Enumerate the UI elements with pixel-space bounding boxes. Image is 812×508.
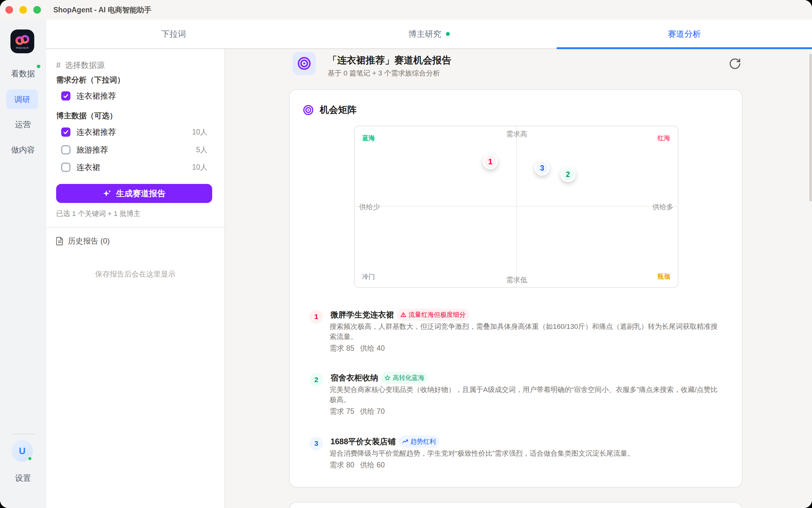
supply-stat: 供给 60 [360, 460, 385, 470]
history-title: 历史报告 (0) [68, 236, 110, 246]
opportunity-title: 1688平价女装店铺 [330, 436, 396, 447]
opportunity-desc: 完美契合商家核心变现品类（收纳好物），且属于A级成交词，用户带着明确的“宿舍空间… [330, 385, 721, 405]
sidebar-item-yunying[interactable]: 运营 [0, 115, 46, 134]
group-label-demand: 需求分析（下拉词） [56, 76, 125, 84]
blogger-count: 5人 [196, 145, 207, 155]
opportunity-matrix-chart: 蓝海 红海 冷门 瓶颈 需求高 需求低 供给少 供给多 123 [354, 126, 679, 288]
opportunity-title: 宿舍衣柜收纳 [330, 373, 378, 383]
app-window: ShopAgent - AI 电商智能助手 ShopLoop AI [0, 0, 812, 508]
document-icon [56, 237, 64, 246]
generate-report-button[interactable]: 生成赛道报告 [56, 184, 212, 203]
avatar-status-dot [27, 456, 32, 461]
checkbox-unchecked[interactable] [61, 145, 71, 155]
opportunity-title: 微胖学生党连衣裙 [330, 309, 394, 320]
matrix-bubble-2[interactable]: 2 [561, 167, 576, 182]
avatar-letter: U [19, 446, 26, 456]
tab-bozhuyanjiu[interactable]: 博主研究 [301, 20, 557, 48]
opportunity-tag: 高转化蓝海 [381, 372, 428, 384]
tab-saidaofenxi[interactable]: 赛道分析 [557, 20, 812, 48]
axis-label-demand-low: 需求低 [506, 275, 527, 285]
bullseye-icon [302, 104, 314, 116]
demand-stat: 需求 80 [330, 460, 354, 470]
history-empty-text: 保存报告后会在这里显示 [46, 269, 225, 279]
opportunity-desc: 迎合消费降级与平价觉醒趋势，学生党对“极致性价比”需求强烈，适合做合集类图文沉淀… [330, 449, 721, 459]
checkbox-row-blogger-3[interactable]: 连衣裙 10人 [61, 162, 207, 172]
chart-hline [355, 206, 678, 207]
checkbox-unchecked[interactable] [61, 163, 71, 172]
zoom-window-button[interactable] [33, 6, 41, 14]
opportunity-item-1: 1 微胖学生党连衣裙 流量红海但极度细分 [309, 308, 722, 353]
quadrant-label-bottleneck: 瓶颈 [657, 272, 670, 281]
hash-icon: # [56, 60, 60, 70]
opportunity-item-2: 2 宿舍衣柜收纳 高转化蓝海 完美契合商家核心变现品类（收纳好物），且属于A级成… [309, 371, 722, 416]
tabbar: 下拉词 博主研究 赛道分析 [46, 20, 812, 49]
quadrant-label-cold: 冷门 [362, 272, 375, 281]
panel-section-head: # 选择数据源 [56, 60, 105, 70]
app-logo: ShopLoop AI [10, 30, 34, 53]
axis-label-demand-high: 需求高 [506, 129, 527, 139]
report-subtitle: 基于 0 篇笔记 + 3 个需求族综合分析 [328, 69, 440, 78]
matrix-bubble-3[interactable]: 3 [534, 161, 550, 176]
demand-stat: 需求 75 [330, 407, 354, 416]
minimize-window-button[interactable] [19, 6, 27, 14]
next-card [289, 502, 742, 508]
refresh-button[interactable] [729, 57, 741, 70]
checkbox-checked[interactable] [61, 91, 71, 100]
supply-stat: 供给 40 [360, 343, 385, 353]
panel-divider [46, 227, 225, 228]
sidebar: ShopLoop AI 看数据 调研 运营 做内容 U 设置 [0, 20, 46, 508]
matrix-bubble-1[interactable]: 1 [483, 154, 498, 169]
main-content: 「连衣裙推荐」赛道机会报告 基于 0 篇笔记 + 3 个需求族综合分析 [225, 49, 812, 508]
chart-vline [516, 126, 517, 287]
axis-label-supply-high: 供给多 [652, 202, 674, 212]
panel-section-title: 选择数据源 [65, 60, 105, 71]
refresh-icon [729, 57, 741, 70]
checkbox-row-lianyiqun-tuijian[interactable]: 连衣裙推荐 [61, 91, 207, 100]
checkbox-row-blogger-2[interactable]: 旅游推荐 5人 [61, 145, 207, 155]
sidebar-item-zuoneirong[interactable]: 做内容 [0, 140, 46, 160]
history-section-head: 历史报告 (0) [56, 236, 110, 246]
rank-badge: 3 [309, 437, 323, 451]
matrix-card-title: 机会矩阵 [320, 104, 357, 116]
opportunity-tag: 趋势红利 [399, 435, 439, 448]
opportunity-desc: 搜索频次极高，人群基数大，但泛词竞争激烈，需叠加具体身高体重（如160/130斤… [330, 322, 721, 342]
opportunity-matrix-card: 机会矩阵 蓝海 红海 冷门 瓶颈 需求高 需求低 供给少 供给 [289, 89, 742, 488]
quadrant-label-bluesea: 蓝海 [362, 134, 375, 142]
supply-stat: 供给 70 [360, 407, 385, 416]
demand-stat: 需求 85 [330, 343, 354, 353]
rank-badge: 2 [309, 373, 323, 387]
warning-icon [400, 312, 406, 318]
scrollbar-thumb[interactable] [809, 54, 812, 201]
axis-label-supply-low: 供给少 [359, 202, 380, 212]
sidebar-divider [12, 434, 34, 434]
report-icon [292, 52, 316, 75]
tab-xialaci[interactable]: 下拉词 [46, 20, 301, 48]
close-window-button[interactable] [5, 6, 13, 14]
opportunity-tag: 流量红海但极度细分 [397, 308, 469, 321]
window-title: ShopAgent - AI 电商智能助手 [53, 0, 152, 20]
titlebar: ShopAgent - AI 电商智能助手 [0, 0, 812, 20]
opportunity-item-3: 3 1688平价女装店铺 趋势红利 迎合消费降 [309, 434, 722, 470]
logo-caption-text: ShopLoop AI [16, 47, 29, 49]
trending-up-icon [402, 438, 408, 444]
tab-notification-dot [446, 32, 450, 36]
blogger-count: 10人 [192, 162, 207, 172]
bullseye-icon [297, 56, 312, 71]
data-source-panel: # 选择数据源 需求分析（下拉词） 连衣裙推荐 博主数据（可选） [46, 49, 225, 508]
report-title: 「连衣裙推荐」赛道机会报告 [328, 54, 451, 67]
rank-badge: 1 [309, 310, 323, 324]
sparkle-icon [103, 189, 112, 198]
checkbox-checked[interactable] [61, 127, 71, 137]
group-label-blogger: 博主数据（可选） [56, 111, 117, 120]
checkbox-row-blogger-1[interactable]: 连衣裙推荐 10人 [61, 127, 207, 137]
sidebar-item-diaoyan[interactable]: 调研 [6, 89, 38, 109]
sidebar-item-settings[interactable]: 设置 [0, 468, 46, 488]
sidebar-item-kanshuju[interactable]: 看数据 [0, 64, 46, 83]
quadrant-label-redsea: 红海 [657, 134, 670, 142]
star-icon [384, 375, 391, 381]
selection-summary: 已选 1 个关键词 + 1 批博主 [56, 209, 140, 218]
blogger-count: 10人 [192, 127, 207, 137]
